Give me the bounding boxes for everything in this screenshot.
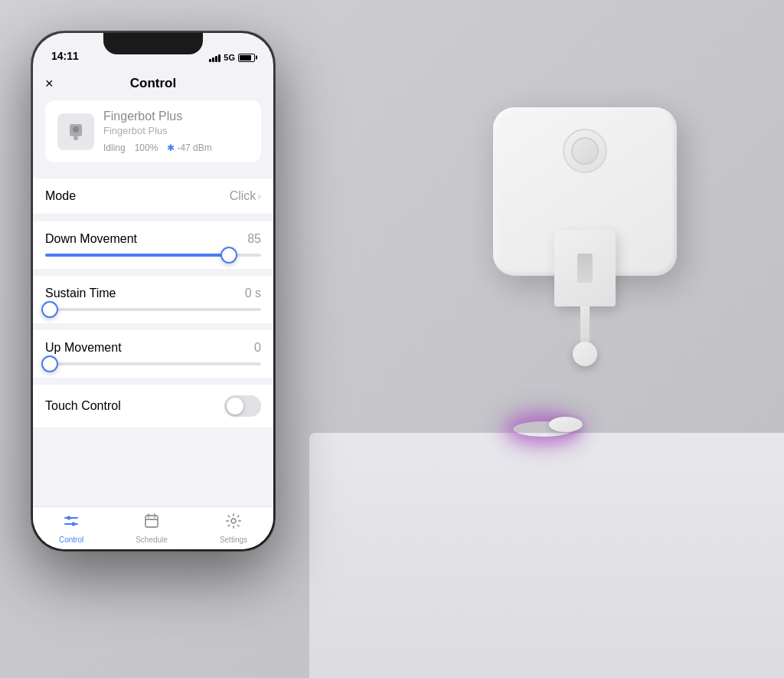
svg-point-2 bbox=[73, 126, 79, 133]
phone-outer: 14:11 5G bbox=[31, 31, 276, 552]
sustain-time-track[interactable] bbox=[45, 308, 261, 311]
bluetooth-icon: ✱ bbox=[167, 142, 175, 153]
sustain-time-label: Sustain Time bbox=[45, 287, 116, 300]
toggle-thumb bbox=[227, 398, 243, 414]
up-movement-value: 0 bbox=[254, 341, 261, 355]
arm-assembly bbox=[554, 230, 616, 345]
fingerbot-button-circle bbox=[563, 129, 607, 173]
sustain-time-thumb[interactable] bbox=[41, 301, 58, 318]
gap-3 bbox=[33, 324, 273, 330]
settings-tab-icon bbox=[225, 513, 242, 533]
schedule-tab-label: Schedule bbox=[136, 536, 168, 544]
device-model: Fingerbot Plus bbox=[103, 125, 249, 136]
svg-rect-1 bbox=[74, 136, 78, 140]
device-battery: 100% bbox=[135, 142, 158, 153]
gap-1 bbox=[33, 215, 273, 221]
tab-schedule[interactable]: Schedule bbox=[136, 513, 168, 544]
signal-bars bbox=[209, 53, 220, 62]
device-card: Fingerbot Plus Fingerbot Plus Idling 100… bbox=[45, 100, 261, 162]
scene: 14:11 5G bbox=[0, 0, 784, 678]
battery-fill bbox=[240, 55, 251, 61]
up-movement-label: Up Movement bbox=[45, 341, 122, 355]
control-tab-icon bbox=[63, 513, 80, 533]
signal-bar-4 bbox=[218, 54, 220, 62]
svg-point-11 bbox=[231, 519, 236, 523]
svg-point-6 bbox=[72, 522, 76, 526]
down-movement-fill bbox=[45, 254, 229, 257]
tab-bar: Control Schedule bbox=[33, 506, 273, 549]
phone-inner: 14:11 5G bbox=[33, 33, 273, 549]
down-movement-track[interactable] bbox=[45, 254, 261, 257]
mode-chevron: › bbox=[257, 190, 261, 202]
sustain-time-header: Sustain Time 0 s bbox=[45, 287, 261, 300]
schedule-tab-icon bbox=[143, 513, 160, 533]
sustain-time-section: Sustain Time 0 s bbox=[33, 276, 273, 323]
signal-bar-1 bbox=[209, 59, 211, 62]
press-button bbox=[549, 417, 583, 432]
touch-control-toggle[interactable] bbox=[224, 395, 261, 417]
signal-bar-3 bbox=[215, 56, 217, 62]
control-sections: Mode Click › Down Movement 85 bbox=[33, 179, 273, 506]
fingerbot-device bbox=[447, 92, 738, 460]
fingerbot-body bbox=[493, 107, 677, 276]
svg-point-5 bbox=[67, 516, 71, 520]
down-movement-thumb[interactable] bbox=[220, 247, 237, 264]
up-movement-section: Up Movement 0 bbox=[33, 330, 273, 378]
phone-notch bbox=[103, 33, 203, 54]
settings-tab-label: Settings bbox=[220, 536, 247, 544]
down-movement-value: 85 bbox=[247, 232, 261, 246]
device-status: Idling bbox=[103, 142, 126, 153]
mode-value[interactable]: Click › bbox=[230, 189, 261, 203]
control-tab-label: Control bbox=[59, 536, 83, 544]
tab-control[interactable]: Control bbox=[59, 513, 83, 544]
battery-icon bbox=[238, 54, 255, 62]
status-icons: 5G bbox=[209, 53, 255, 62]
app-header: × Control bbox=[33, 67, 273, 100]
arm-slot-1 bbox=[577, 254, 593, 283]
mode-label: Mode bbox=[45, 189, 76, 203]
down-movement-section: Down Movement 85 bbox=[33, 221, 273, 269]
signal-bar-2 bbox=[212, 57, 214, 62]
device-signal: ✱ -47 dBm bbox=[167, 142, 211, 153]
close-button[interactable]: × bbox=[45, 76, 54, 92]
signal-dbm: -47 dBm bbox=[177, 142, 211, 153]
fingerbot-icon bbox=[65, 121, 87, 142]
phone-wrapper: 14:11 5G bbox=[31, 31, 276, 552]
touch-control-row[interactable]: Touch Control bbox=[33, 385, 273, 428]
up-movement-thumb[interactable] bbox=[41, 355, 58, 372]
down-movement-label: Down Movement bbox=[45, 232, 137, 246]
device-info: Fingerbot Plus Fingerbot Plus Idling 100… bbox=[103, 110, 249, 153]
gap-2 bbox=[33, 270, 273, 276]
status-time: 14:11 bbox=[51, 50, 79, 62]
arm-top bbox=[554, 230, 616, 306]
touch-control-label: Touch Control bbox=[45, 399, 121, 413]
mode-value-text: Click bbox=[230, 189, 256, 203]
up-movement-track[interactable] bbox=[45, 362, 261, 365]
finger-tip bbox=[573, 342, 597, 366]
up-movement-header: Up Movement 0 bbox=[45, 341, 261, 355]
gap-4 bbox=[33, 378, 273, 385]
fingerbot-inner-circle bbox=[571, 137, 599, 165]
arm-bottom bbox=[580, 306, 590, 345]
status-network: 5G bbox=[224, 53, 235, 62]
mode-row[interactable]: Mode Click › bbox=[33, 179, 273, 215]
device-name: Fingerbot Plus bbox=[103, 110, 249, 123]
device-status-row: Idling 100% ✱ -47 dBm bbox=[103, 142, 249, 153]
down-movement-header: Down Movement 85 bbox=[45, 232, 261, 246]
svg-rect-7 bbox=[145, 516, 158, 527]
sustain-time-value: 0 s bbox=[245, 287, 261, 300]
header-title: Control bbox=[130, 76, 176, 91]
tab-settings[interactable]: Settings bbox=[220, 513, 247, 544]
device-icon-box bbox=[57, 113, 94, 150]
table-surface bbox=[309, 433, 784, 678]
